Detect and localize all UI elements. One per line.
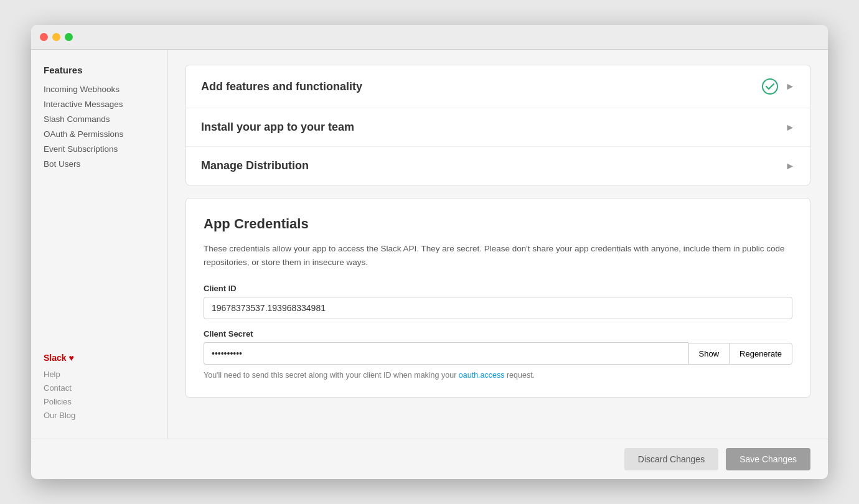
sidebar-item-slash-commands[interactable]: Slash Commands [44,114,155,124]
chevron-right-icon-2: ► [785,122,795,133]
chevron-right-icon: ► [785,81,795,92]
secret-hint: You'll need to send this secret along wi… [204,371,792,380]
content-area: Features Incoming Webhooks Interactive M… [31,50,828,439]
credentials-card: App Credentials These credentials allow … [185,198,810,398]
minimize-light[interactable] [52,33,60,41]
titlebar [31,25,828,50]
client-secret-input[interactable] [204,342,688,365]
slack-brand: Slack ♥ [44,353,155,363]
footer-nav: Help Contact Policies Our Blog [44,369,155,420]
traffic-lights [40,33,73,41]
manage-distribution-row[interactable]: Manage Distribution ► [186,147,810,185]
footer-policies[interactable]: Policies [44,396,155,406]
footer-bar: Discard Changes Save Changes [31,439,828,479]
hint-suffix: request. [504,371,535,380]
chevron-right-icon-3: ► [785,161,795,172]
maximize-light[interactable] [65,33,73,41]
client-id-label: Client ID [204,284,792,293]
add-features-right: ► [761,78,795,95]
sidebar-item-event-subscriptions[interactable]: Event Subscriptions [44,144,155,154]
sidebar-item-incoming-webhooks[interactable]: Incoming Webhooks [44,84,155,94]
oauth-access-link[interactable]: oauth.access [459,371,505,380]
sidebar-item-interactive-messages[interactable]: Interactive Messages [44,99,155,109]
hint-prefix: You'll need to send this secret along wi… [204,371,459,380]
client-id-input[interactable] [204,297,792,319]
manage-distribution-right: ► [785,161,795,172]
sidebar-footer: Slack ♥ Help Contact Policies Our Blog [44,353,155,424]
svg-point-0 [763,79,777,94]
sidebar-item-bot-users[interactable]: Bot Users [44,159,155,169]
discard-changes-button[interactable]: Discard Changes [624,448,718,470]
credentials-title: App Credentials [204,216,792,232]
install-app-row[interactable]: Install your app to your team ► [186,108,810,147]
main-content: Add features and functionality ► Install… [168,50,828,439]
close-light[interactable] [40,33,48,41]
client-secret-row: Show Regenerate [204,342,792,365]
footer-help[interactable]: Help [44,369,155,379]
sidebar-item-oauth-permissions[interactable]: OAuth & Permissions [44,129,155,139]
manage-distribution-title: Manage Distribution [201,159,309,172]
regenerate-secret-button[interactable]: Regenerate [729,343,792,365]
client-secret-label: Client Secret [204,329,792,338]
check-circle-icon [761,78,779,95]
app-window: Features Incoming Webhooks Interactive M… [31,25,828,479]
footer-blog[interactable]: Our Blog [44,410,155,420]
sidebar: Features Incoming Webhooks Interactive M… [31,50,168,439]
footer-contact[interactable]: Contact [44,383,155,393]
heart-icon: ♥ [68,353,73,363]
show-secret-button[interactable]: Show [688,343,730,365]
add-features-row[interactable]: Add features and functionality ► [186,65,810,108]
sidebar-nav: Incoming Webhooks Interactive Messages S… [44,84,155,174]
credentials-description: These credentials allow your app to acce… [204,242,792,269]
install-app-right: ► [785,122,795,133]
features-card: Add features and functionality ► Install… [185,65,810,185]
features-heading: Features [44,65,155,75]
save-changes-button[interactable]: Save Changes [726,448,810,470]
install-app-title: Install your app to your team [201,121,354,134]
add-features-title: Add features and functionality [201,80,362,93]
